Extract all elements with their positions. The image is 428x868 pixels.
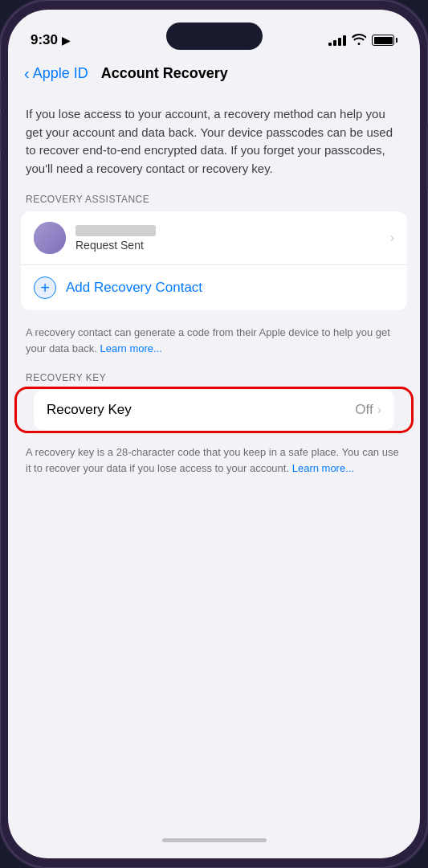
contact-chevron-icon: › [390,231,394,245]
recovery-key-label: Recovery Key [47,402,355,418]
contact-status: Request Sent [75,239,390,252]
dynamic-island [166,23,263,50]
recovery-assistance-card: Request Sent › + Add Recovery Contact [21,211,407,310]
home-indicator[interactable] [162,838,267,842]
nav-bar: ‹ Apple ID Account Recovery [8,58,420,92]
contact-info: Request Sent [75,225,390,252]
recovery-key-card-wrapper: Recovery Key Off › [21,390,407,430]
recovery-key-chevron-icon: › [377,403,381,417]
location-icon: ▶ [62,35,70,47]
add-icon: + [34,276,56,299]
recovery-assistance-helper: A recovery contact can generate a code f… [8,318,420,372]
recovery-key-value: Off [355,402,373,418]
mute-button[interactable] [0,80,2,109]
phone-frame: 9:30 ▶ [0,0,428,868]
signal-bar-1 [328,43,332,46]
avatar-blur [34,222,66,254]
recovery-key-row[interactable]: Recovery Key Off › [34,390,394,430]
add-recovery-contact-row[interactable]: + Add Recovery Contact [21,265,407,310]
scroll-content: If you lose access to your account, a re… [8,92,420,858]
battery-fill [374,37,393,44]
recovery-key-card: Recovery Key Off › [34,390,394,430]
description-text: If you lose access to your account, a re… [8,92,420,194]
signal-bars [328,35,346,46]
back-chevron-icon: ‹ [24,64,30,83]
contact-name-blur [75,225,156,236]
back-button[interactable]: ‹ Apple ID [24,64,88,83]
battery-body [372,35,394,46]
volume-down-button[interactable] [0,161,2,199]
signal-bar-3 [338,38,341,46]
signal-bar-4 [343,35,346,46]
recovery-assistance-section-header: RECOVERY ASSISTANCE [8,194,420,211]
status-icons [328,34,397,47]
time-display: 9:30 [31,32,58,48]
page-title: Account Recovery [101,65,228,82]
contact-avatar [34,222,66,254]
recovery-key-helper: A recovery key is a 28-character code th… [8,438,420,492]
phone-screen: 9:30 ▶ [8,10,420,858]
signal-bar-2 [333,40,336,46]
battery-tip [396,38,397,43]
status-time: 9:30 ▶ [31,32,70,48]
wifi-icon [352,34,366,47]
recovery-assistance-helper-text: A recovery contact can generate a code f… [26,326,390,354]
volume-up-button[interactable] [0,113,2,151]
recovery-assistance-learn-more[interactable]: Learn more... [100,342,162,354]
add-recovery-contact-label: Add Recovery Contact [66,280,202,296]
battery-icon [372,35,397,46]
existing-contact-row[interactable]: Request Sent › [21,211,407,265]
recovery-key-learn-more[interactable]: Learn more... [292,462,354,474]
back-label[interactable]: Apple ID [33,65,88,82]
recovery-key-section-header: RECOVERY KEY [8,372,420,390]
